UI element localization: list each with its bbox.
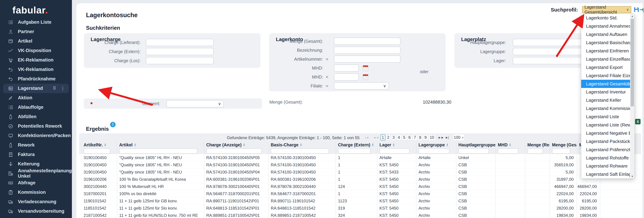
- sort-icon[interactable]: ▲▼: [300, 143, 302, 147]
- sidebar-item-ek-reklamation[interactable]: EK-Reklamation: [0, 55, 72, 65]
- column-header-MHD[interactable]: MHD▲▼: [496, 142, 525, 154]
- table-row[interactable]: 218710054211 + 11 gelb für HUN/SLO konv.…: [79, 212, 641, 218]
- page-button-8[interactable]: 8: [418, 135, 422, 140]
- sidebar-item-faktura[interactable]: Faktura: [0, 150, 72, 159]
- profile-option-lagerstand-annahmestelle[interactable]: Lagerstand Annahmestelle: [581, 22, 634, 30]
- page-button-2[interactable]: 2: [386, 135, 391, 140]
- sidebar-item-ablauffolge[interactable]: Ablauffolge: [0, 103, 72, 112]
- profile-option-lagerstand-basischargen[interactable]: Lagerstand Basischargen: [581, 39, 634, 47]
- profile-option-lagerstand-liste-rework-[interactable]: Lagerstand Liste (Rework): [581, 121, 634, 129]
- sidebar-item-annahmestellenplanung-unkel[interactable]: Annahmestellenplanung Unkel: [0, 169, 72, 178]
- field-input[interactable]: [334, 38, 400, 45]
- column-header-Lager[interactable]: Lager▲▼: [378, 142, 416, 154]
- profile-option-lagerstand-keller[interactable]: Lagerstand Keller: [581, 96, 634, 104]
- sidebar-item-lagerstand[interactable]: Lagerstand⠿⋮: [3, 84, 69, 93]
- page-button-7[interactable]: 7: [412, 135, 417, 140]
- sort-icon[interactable]: ▲▼: [509, 143, 511, 147]
- column-filter-input[interactable]: [271, 148, 329, 154]
- profile-option-lagerstand-inventur[interactable]: Lagerstand Inventur: [581, 88, 634, 96]
- page-last-icon[interactable]: ►|: [445, 136, 448, 140]
- field-input[interactable]: [146, 48, 214, 55]
- profile-option-lagerstand-präferenzkalkulation[interactable]: Lagerstand Präferenzkalkulation: [581, 146, 634, 154]
- sidebar-item-aufgaben-liste[interactable]: Aufgaben Liste: [0, 17, 72, 27]
- sidebar-item-aktion[interactable]: Aktion: [0, 93, 72, 103]
- page-button-1[interactable]: 1: [380, 135, 385, 140]
- sidebar-item-kelterung[interactable]: Kelterung: [0, 159, 72, 169]
- dropdown-scrollbar[interactable]: ▲ ▼: [630, 14, 634, 179]
- column-header-Charge (Anzeige)[interactable]: Charge (Anzeige)▲▼: [204, 142, 269, 154]
- column-filter-input[interactable]: [206, 148, 262, 154]
- profile-option-lagerstand-rohstoffe-eu-ware[interactable]: Lagerstand Rohstoffe EU-Ware: [581, 154, 634, 162]
- field-input[interactable]: [334, 55, 400, 63]
- profile-option-lagerstand-negative-bestände[interactable]: Lagerstand Negative Bestände: [581, 129, 634, 137]
- page-button-10[interactable]: 10: [428, 135, 435, 140]
- field-input[interactable]: [146, 39, 214, 46]
- page-button-4[interactable]: 4: [396, 135, 401, 140]
- column-header-Artikel[interactable]: Artikel▲▼: [117, 142, 204, 154]
- profile-option-lagerstand-gesamtübersicht[interactable]: Lagerstand Gesamtübersicht: [581, 80, 634, 88]
- sort-icon[interactable]: ▲▼: [392, 143, 395, 147]
- profile-option-lagerstand-export[interactable]: Lagerstand Export: [581, 63, 634, 71]
- profile-option-lagerstand-einzelflaschenlager[interactable]: Lagerstand Einzelflaschenlager: [581, 55, 634, 63]
- sidebar-item-artikel[interactable]: Artikel: [0, 36, 72, 46]
- column-header-ArtikelNr.[interactable]: ArtikelNr.▲▼: [79, 142, 117, 154]
- profile-option-lagerstand-saft-einlagerung[interactable]: Lagerstand Saft Einlagerung: [581, 170, 634, 179]
- profile-option-lagerstand-einfrieren[interactable]: Lagerstand Einfrieren: [581, 47, 634, 55]
- column-filter-input[interactable]: [119, 148, 197, 154]
- page-button-6[interactable]: 6: [407, 135, 412, 140]
- scroll-down-icon[interactable]: ▼: [630, 175, 634, 178]
- column-header-Lagergruppe[interactable]: Lagergruppe▲▼: [416, 142, 456, 154]
- table-row[interactable]: 3187000201100% os bio direktléRA:564677-…: [79, 190, 641, 197]
- save-profile-icon[interactable]: [633, 6, 640, 13]
- field-input[interactable]: [334, 64, 359, 72]
- column-header-Menge (Gesamt)[interactable]: Menge (Gesamt)▲▼: [550, 142, 577, 154]
- calendar-icon[interactable]: [363, 65, 368, 71]
- field-select[interactable]: ∨: [334, 82, 389, 89]
- profile-option-lagerstand-liste[interactable]: Lagerstand Liste: [581, 113, 634, 121]
- page-button-5[interactable]: 5: [402, 135, 407, 140]
- page-first-icon[interactable]: |◄: [365, 136, 368, 140]
- sidebar-item-partner[interactable]: Partner: [0, 27, 72, 36]
- sidebar-item-konfektionieren-packen[interactable]: Konfektionieren/Packen: [0, 131, 72, 140]
- calendar-icon[interactable]: [363, 74, 368, 80]
- sort-icon[interactable]: ▲▼: [104, 143, 106, 147]
- profile-option-lagerstand-auftauen[interactable]: Lagerstand Auftauen: [581, 30, 634, 39]
- excel-export-icon[interactable]: X: [635, 119, 640, 124]
- sort-icon[interactable]: ▲▼: [372, 143, 374, 147]
- page-button-3[interactable]: 3: [391, 135, 396, 140]
- profile-option-lagerstand-rohware[interactable]: Lagerstand Rohware: [581, 162, 634, 170]
- page-size-select[interactable]: 100∨: [453, 134, 464, 141]
- sidebar-item-verladescannung[interactable]: Verladescannung: [0, 197, 72, 207]
- field-input[interactable]: [513, 57, 587, 64]
- column-filter-input[interactable]: [498, 148, 518, 154]
- page-button-9[interactable]: 9: [423, 135, 428, 140]
- gesperrt-select[interactable]: ∨: [166, 100, 224, 107]
- clipped-icon[interactable]: [643, 8, 644, 12]
- table-row[interactable]: 3190100450"Quality since 1805" HL RH - N…: [79, 169, 641, 176]
- table-row[interactable]: 3196100206100 % Bio Granatapfelsaft HL K…: [79, 176, 641, 183]
- drag-handle-icon[interactable]: ⠿: [53, 86, 56, 91]
- scroll-up-icon[interactable]: ▲: [630, 14, 634, 17]
- page-next-icon[interactable]: ►►: [438, 136, 444, 140]
- field-input[interactable]: [146, 57, 214, 64]
- column-header-Charge (Extern)[interactable]: Charge (Extern)▲▼: [336, 142, 378, 154]
- column-header-Menge (Reservie[interactable]: Menge (Reservie▲▼: [525, 142, 550, 154]
- column-filter-input[interactable]: [458, 148, 489, 154]
- sidebar-item-abfüllen[interactable]: Abfüllen: [0, 112, 72, 121]
- table-row[interactable]: 3190100450"Quality since 1805" HL RH - N…: [79, 154, 641, 161]
- profile-option-lagerstand-filiale-eizenhöfer[interactable]: Lagerstand Filiale Eizenhöfer: [581, 71, 634, 80]
- table-row[interactable]: 118510154211 + 11 gelb 125ml für Slo kon…: [79, 205, 641, 212]
- table-row[interactable]: 119010154211 + 11 gelb 125ml für GB konv…: [79, 197, 641, 205]
- column-filter-input[interactable]: [84, 148, 110, 154]
- sort-icon[interactable]: ▲▼: [134, 143, 136, 147]
- scrollbar-thumb[interactable]: [630, 19, 634, 106]
- kebab-menu-icon[interactable]: ⋮: [60, 86, 65, 91]
- sort-icon[interactable]: ▲▼: [446, 143, 448, 147]
- column-header-Basis-Charge[interactable]: Basis-Charge▲▼: [269, 142, 336, 154]
- field-input[interactable]: [334, 73, 359, 81]
- column-filter-input[interactable]: [338, 148, 370, 154]
- suchprofil-select[interactable]: Lagerstand Gesamtübersicht ∨: [582, 6, 631, 13]
- field-input[interactable]: [334, 46, 400, 54]
- column-filter-input[interactable]: [552, 148, 570, 154]
- sidebar-item-kommission[interactable]: Kommission: [0, 188, 72, 197]
